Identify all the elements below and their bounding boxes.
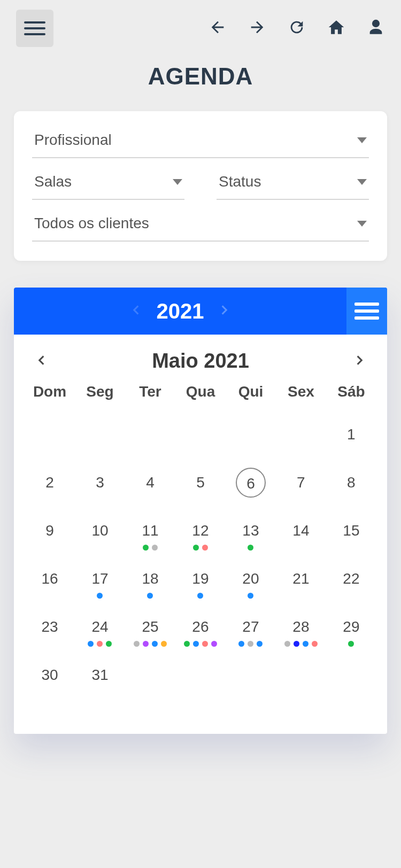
- day-cell[interactable]: 1: [326, 413, 376, 461]
- day-cell[interactable]: 11: [125, 509, 175, 557]
- day-cell[interactable]: 3: [75, 461, 125, 509]
- day-number: 4: [135, 468, 165, 498]
- event-dot: [88, 641, 94, 647]
- event-dot: [248, 545, 253, 551]
- event-dots: [348, 641, 354, 647]
- day-number: 8: [336, 468, 366, 498]
- event-dot: [348, 641, 354, 647]
- event-dot: [312, 641, 318, 647]
- day-cell[interactable]: 17: [75, 557, 125, 606]
- day-number: 23: [35, 612, 65, 642]
- day-number: 26: [186, 612, 215, 642]
- profissional-select[interactable]: Profissional: [32, 127, 369, 158]
- day-cell[interactable]: 28: [276, 606, 326, 654]
- weekday-label: Sáb: [326, 383, 376, 400]
- event-dot: [211, 641, 217, 647]
- event-dot: [193, 545, 199, 551]
- day-cell[interactable]: 14: [276, 509, 326, 557]
- menu-button[interactable]: [16, 10, 53, 47]
- day-cell[interactable]: 2: [25, 461, 75, 509]
- day-cell[interactable]: 27: [226, 606, 276, 654]
- event-dot: [303, 641, 309, 647]
- event-dot: [143, 641, 149, 647]
- event-dots: [248, 545, 253, 551]
- prev-month-button[interactable]: [34, 351, 48, 371]
- day-cell: [125, 654, 175, 702]
- event-dots: [134, 641, 167, 647]
- day-cell[interactable]: 20: [226, 557, 276, 606]
- day-cell[interactable]: 4: [125, 461, 175, 509]
- day-cell[interactable]: 10: [75, 509, 125, 557]
- day-number: 21: [286, 564, 316, 594]
- day-number: 17: [85, 564, 115, 594]
- day-cell[interactable]: 29: [326, 606, 376, 654]
- day-cell[interactable]: 25: [125, 606, 175, 654]
- prev-year-button[interactable]: [129, 300, 143, 322]
- day-number: 12: [186, 516, 215, 546]
- day-number: 15: [336, 516, 366, 546]
- day-cell: [75, 413, 125, 461]
- calendar-menu-button[interactable]: [346, 288, 387, 335]
- forward-icon[interactable]: [248, 18, 266, 38]
- next-year-button[interactable]: [218, 300, 232, 322]
- event-dots: [147, 593, 153, 599]
- day-cell: [226, 654, 276, 702]
- user-icon[interactable]: [367, 18, 385, 38]
- weekday-label: Sex: [276, 383, 326, 400]
- event-dot: [202, 641, 208, 647]
- nav-icons: [209, 18, 385, 38]
- weekday-label: Seg: [75, 383, 125, 400]
- status-label: Status: [219, 173, 261, 190]
- day-cell: [175, 654, 226, 702]
- day-cell[interactable]: 8: [326, 461, 376, 509]
- day-cell[interactable]: 13: [226, 509, 276, 557]
- day-number: 2: [35, 468, 65, 498]
- next-month-button[interactable]: [353, 351, 367, 371]
- event-dot: [193, 641, 199, 647]
- status-select[interactable]: Status: [217, 169, 369, 200]
- event-dot: [134, 641, 140, 647]
- weekday-label: Dom: [25, 383, 75, 400]
- event-dots: [193, 545, 208, 551]
- day-cell[interactable]: 9: [25, 509, 75, 557]
- day-cell[interactable]: 18: [125, 557, 175, 606]
- top-bar: [0, 0, 401, 47]
- event-dots: [284, 641, 318, 647]
- salas-select[interactable]: Salas: [32, 169, 184, 200]
- event-dot: [197, 593, 203, 599]
- day-cell[interactable]: 12: [175, 509, 226, 557]
- chevron-down-icon: [357, 221, 367, 227]
- day-cell[interactable]: 7: [276, 461, 326, 509]
- day-cell[interactable]: 6: [226, 461, 276, 509]
- back-icon[interactable]: [209, 18, 227, 38]
- day-cell[interactable]: 15: [326, 509, 376, 557]
- day-cell[interactable]: 26: [175, 606, 226, 654]
- day-cell[interactable]: 30: [25, 654, 75, 702]
- month-bar: Maio 2021: [14, 335, 387, 379]
- event-dot: [97, 641, 103, 647]
- weekday-label: Ter: [125, 383, 175, 400]
- day-number: 14: [286, 516, 316, 546]
- home-icon[interactable]: [327, 18, 345, 38]
- day-cell[interactable]: 21: [276, 557, 326, 606]
- day-cell[interactable]: 19: [175, 557, 226, 606]
- event-dot: [238, 641, 244, 647]
- day-cell[interactable]: 22: [326, 557, 376, 606]
- year-label: 2021: [157, 299, 204, 323]
- day-cell[interactable]: 23: [25, 606, 75, 654]
- day-cell[interactable]: 16: [25, 557, 75, 606]
- event-dot: [248, 593, 253, 599]
- day-number: 24: [85, 612, 115, 642]
- clientes-select[interactable]: Todos os clientes: [32, 211, 369, 242]
- event-dot: [284, 641, 290, 647]
- day-cell[interactable]: 24: [75, 606, 125, 654]
- day-number: 6: [236, 468, 266, 498]
- day-cell[interactable]: 5: [175, 461, 226, 509]
- day-number: 31: [85, 660, 115, 690]
- day-number: 1: [336, 420, 366, 449]
- refresh-icon[interactable]: [288, 18, 306, 38]
- day-number: 18: [135, 564, 165, 594]
- day-cell[interactable]: 31: [75, 654, 125, 702]
- day-cell: [226, 413, 276, 461]
- event-dot: [152, 545, 158, 551]
